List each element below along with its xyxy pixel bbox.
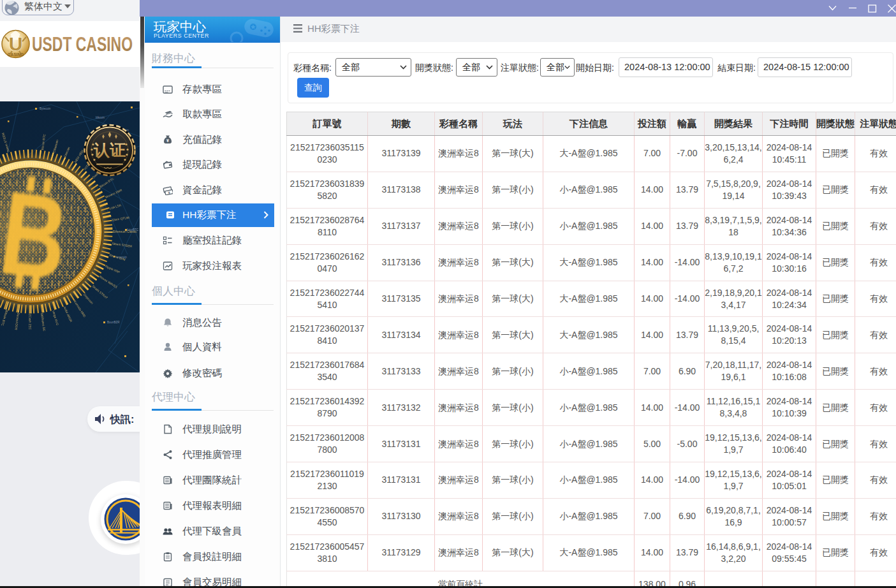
- svg-text:CASINO: CASINO: [8, 52, 24, 57]
- svg-text:ZCash ZEC: ZCash ZEC: [28, 314, 31, 330]
- svg-text:Ethereum Classic: Ethereum Classic: [113, 230, 137, 233]
- svg-text:BounBZR: BounBZR: [107, 321, 120, 324]
- svg-text:USDT CASINO: USDT CASINO: [32, 33, 133, 55]
- svg-text:Bytecoin: Bytecoin: [40, 107, 51, 110]
- svg-text:¥: ¥: [166, 138, 169, 143]
- svg-text:blkcoin: blkcoin: [96, 116, 105, 119]
- svg-text:认证: 认证: [93, 141, 126, 159]
- svg-text:U: U: [9, 33, 23, 54]
